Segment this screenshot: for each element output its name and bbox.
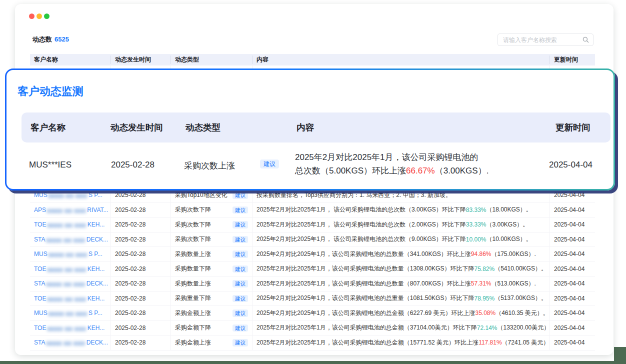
- suggestion-badge: 建议: [232, 295, 248, 302]
- customer-name-prefix: TOE: [34, 324, 46, 332]
- search-icon: [582, 36, 589, 43]
- type-cell: 采购次数下降建议: [171, 218, 252, 232]
- type-label: 采购次数下降: [175, 206, 211, 214]
- table-row: STA▆▆▆▆ ▆▆ ▆▆▆DECK...2025-02-28采购金额上涨建议2…: [30, 336, 595, 350]
- customer-name-suffix: DECK...: [86, 280, 108, 287]
- customer-name-prefix: STA: [34, 280, 45, 287]
- table-row: MUS▆▆▆▆ ▆▆ ▆▆▆S P...2025-02-28采购金额上涨建议20…: [30, 306, 595, 321]
- overlay-content-line1: 2025年2月对比2025年1月，该公司采购锂电池的: [295, 150, 488, 164]
- overlay-customer-name: MUS***IES: [29, 160, 72, 170]
- customer-name-link[interactable]: TOE▆▆▆▆ ▆▆ ▆▆▆KEH...: [34, 295, 104, 302]
- content-cell: 2025年2月对比2025年1月， 该公司采购锂电池的总次数（9.00KGS）环…: [252, 232, 550, 247]
- suggestion-badge: 建议: [232, 221, 248, 228]
- content-text-post: （3.00KGS）。: [486, 220, 528, 229]
- type-label: 采购数量上涨: [175, 250, 211, 258]
- type-cell: 采购次数下降建议: [171, 203, 252, 218]
- table-row: APS▆▆▆▆ ▆▆ ▆▆▆RIVAT...2025-02-28采购次数下降建议…: [30, 203, 595, 218]
- customer-name-suffix: S P...: [88, 250, 102, 258]
- customer-name-cell: STA▆▆▆▆ ▆▆ ▆▆▆DECK...: [30, 276, 111, 291]
- customer-name-link[interactable]: STA▆▆▆▆ ▆▆ ▆▆▆DECK...: [34, 236, 108, 243]
- content-text: 2025年2月对比2025年1月，该公司采购锂电池的总金额（15771.52 美…: [256, 338, 478, 347]
- column-header-type: 动态类型: [171, 56, 252, 64]
- percent-value: 72.14%: [477, 324, 498, 332]
- type-cell: 采购金额上涨建议: [171, 306, 252, 320]
- type-label: 采购重量下降: [175, 294, 211, 302]
- percent-value: 57.31%: [471, 280, 492, 287]
- percent-value: 35.08%: [475, 310, 496, 316]
- close-window-button[interactable]: [29, 14, 34, 19]
- table-row: STA▆▆▆▆ ▆▆ ▆▆▆DECK...2025-02-28采购数量上涨建议2…: [30, 276, 595, 292]
- page-bottom-right-corner: [614, 347, 626, 364]
- content-text: 2025年2月对比2025年1月，该公司采购锂电池的总重量（1081.50KGS…: [256, 294, 474, 302]
- customer-name-prefix: MUS: [34, 192, 48, 198]
- customer-name-prefix: MUS: [34, 250, 48, 258]
- updated-date-cell: 2025-04-04: [550, 321, 595, 336]
- window-controls: [29, 14, 50, 19]
- event-date-cell: 2025-02-28: [111, 262, 171, 276]
- customer-name-suffix: KEH...: [88, 324, 105, 332]
- customer-name-link[interactable]: STA▆▆▆▆ ▆▆ ▆▆▆DECK...: [34, 339, 108, 346]
- type-label: 采购Top10地区变化: [175, 191, 228, 200]
- percent-value: 83.33%: [466, 206, 486, 214]
- suggestion-badge: 建议: [232, 339, 248, 346]
- content-text: 2025年2月对比2025年1月，该公司采购锂电池的总数量（807.00KGS）…: [256, 280, 471, 288]
- suggestion-badge: 建议: [232, 324, 248, 332]
- customer-name-suffix: KEH...: [88, 266, 105, 272]
- suggestion-badge: 建议: [232, 236, 248, 244]
- overlay-title: 客户动态监测: [18, 84, 84, 99]
- overlay-column-customer: 客户名称: [30, 112, 66, 142]
- customer-name-link[interactable]: MUS▆▆▆▆ ▆▆ ▆▆▆S P...: [34, 192, 102, 198]
- dynamics-count: 动态数6525: [32, 35, 69, 44]
- customer-name-prefix: TOE: [34, 221, 46, 228]
- customer-name-link[interactable]: MUS▆▆▆▆ ▆▆ ▆▆▆S P...: [34, 310, 102, 316]
- overlay-column-content: 内容: [296, 112, 314, 142]
- redacted-name-segment: ▆▆▆▆ ▆▆ ▆▆▆: [47, 208, 86, 213]
- table-row: TOE▆▆▆▆ ▆▆ ▆▆▆KEH...2025-02-28采购金额下降建议20…: [30, 321, 595, 336]
- customer-name-cell: TOE▆▆▆▆ ▆▆ ▆▆▆KEH...: [30, 321, 111, 336]
- content-text-post: （10.00KGS）。: [486, 235, 532, 244]
- content-text-post: （18.00KGS）。: [486, 206, 532, 214]
- content-cell: 2025年2月对比2025年1月， 该公司采购锂电池的总次数（3.00KGS）环…: [252, 203, 550, 218]
- percent-value: 94.86%: [471, 250, 492, 258]
- updated-date-cell: 2025-04-04: [550, 203, 595, 218]
- suggestion-badge: 建议: [232, 280, 248, 288]
- suggestion-badge: 建议: [232, 206, 248, 214]
- event-date-cell: 2025-02-28: [111, 336, 171, 350]
- customer-name-link[interactable]: TOE▆▆▆▆ ▆▆ ▆▆▆KEH...: [34, 221, 104, 228]
- zoom-window-button[interactable]: [44, 14, 50, 19]
- search-input[interactable]: [502, 36, 580, 44]
- type-cell: 采购重量下降建议: [171, 292, 252, 306]
- suggestion-badge: 建议: [232, 266, 248, 273]
- dynamics-count-label: 动态数: [32, 36, 52, 43]
- content-cell: 2025年2月对比2025年1月，该公司采购锂电池的总金额（37104.00美元…: [252, 321, 550, 336]
- content-cell: 2025年2月对比2025年1月，该公司采购锂电池的总数量（341.00KGS）…: [252, 247, 550, 262]
- table-header: 客户名称 动态发生时间 动态类型 内容 更新时间: [30, 54, 595, 66]
- customer-name-prefix: MUS: [34, 310, 48, 316]
- redacted-name-segment: ▆▆▆▆ ▆▆ ▆▆▆: [47, 296, 86, 302]
- customer-name-link[interactable]: TOE▆▆▆▆ ▆▆ ▆▆▆KEH...: [34, 324, 104, 332]
- percent-value: 117.81%: [478, 339, 502, 346]
- type-cell: 采购数量上涨建议: [171, 276, 252, 291]
- percent-value: 10.00%: [466, 236, 486, 243]
- customer-name-link[interactable]: APS▆▆▆▆ ▆▆ ▆▆▆RIVAT...: [34, 206, 108, 214]
- redacted-name-segment: ▆▆▆▆ ▆▆ ▆▆▆: [48, 252, 88, 257]
- customer-name-suffix: KEH...: [88, 295, 105, 302]
- customer-name-suffix: S P...: [88, 310, 102, 316]
- event-date-cell: 2025-02-28: [111, 203, 171, 218]
- type-label: 采购次数下降: [175, 220, 211, 229]
- type-cell: 采购金额下降建议: [171, 321, 252, 336]
- updated-date-cell: 2025-04-04: [550, 306, 595, 320]
- customer-name-suffix: S P...: [88, 192, 102, 198]
- page-bottom-strip: [0, 361, 626, 364]
- customer-name-link[interactable]: TOE▆▆▆▆ ▆▆ ▆▆▆KEH...: [34, 266, 104, 272]
- customer-name-cell: APS▆▆▆▆ ▆▆ ▆▆▆RIVAT...: [30, 203, 111, 218]
- event-date-cell: 2025-02-28: [111, 218, 171, 232]
- customer-name-link[interactable]: MUS▆▆▆▆ ▆▆ ▆▆▆S P...: [34, 250, 102, 258]
- customer-search-box[interactable]: [498, 34, 594, 46]
- percent-value: 78.95%: [474, 295, 494, 302]
- minimize-window-button[interactable]: [36, 14, 42, 19]
- redacted-name-segment: ▆▆▆▆ ▆▆ ▆▆▆: [47, 326, 86, 331]
- customer-name-link[interactable]: STA▆▆▆▆ ▆▆ ▆▆▆DECK...: [34, 280, 108, 287]
- content-cell: 2025年2月对比2025年1月， 该公司采购锂电池的总次数（2.00KGS）环…: [252, 218, 550, 232]
- customer-name-cell: MUS▆▆▆▆ ▆▆ ▆▆▆S P...: [30, 306, 111, 320]
